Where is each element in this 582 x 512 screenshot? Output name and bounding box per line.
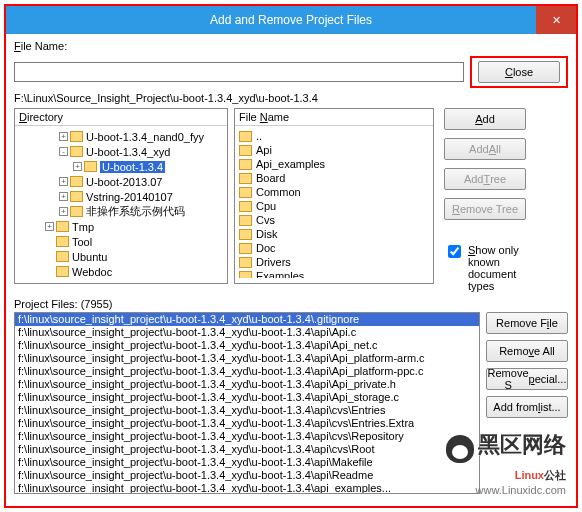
- expander-icon: [45, 237, 54, 246]
- folder-icon: [239, 257, 252, 268]
- folder-icon: [56, 236, 69, 247]
- expander-icon[interactable]: +: [59, 177, 68, 186]
- project-file-row[interactable]: f:\linux\source_insight_project\u-boot-1…: [15, 339, 479, 352]
- file-item[interactable]: Board: [239, 171, 429, 185]
- show-known-types-input[interactable]: [448, 245, 461, 258]
- tree-item[interactable]: +U-boot-1.3.4: [17, 159, 225, 174]
- project-file-row[interactable]: f:\linux\source_insight_project\u-boot-1…: [15, 365, 479, 378]
- file-item-label: Cpu: [256, 200, 276, 212]
- folder-icon: [239, 243, 252, 254]
- tree-item[interactable]: +U-boot-2013.07: [17, 174, 225, 189]
- folder-icon: [70, 146, 83, 157]
- file-name-input[interactable]: [14, 62, 464, 82]
- project-file-row[interactable]: f:\linux\source_insight_project\u-boot-1…: [15, 352, 479, 365]
- tree-item[interactable]: Ubuntu: [17, 249, 225, 264]
- directory-tree[interactable]: +U-boot-1.3.4_nand0_fyy-U-boot-1.3.4_xyd…: [15, 126, 227, 278]
- file-item-label: Api: [256, 144, 272, 156]
- show-known-types-checkbox[interactable]: Show only known document types: [444, 244, 544, 292]
- expander-icon: [45, 252, 54, 261]
- file-item[interactable]: Drivers: [239, 255, 429, 269]
- file-item[interactable]: Api: [239, 143, 429, 157]
- expander-icon[interactable]: +: [45, 222, 54, 231]
- folder-icon: [70, 191, 83, 202]
- project-file-row[interactable]: f:\linux\source_insight_project\u-boot-1…: [15, 482, 479, 494]
- file-item[interactable]: Cvs: [239, 213, 429, 227]
- project-file-row[interactable]: f:\linux\source_insight_project\u-boot-1…: [15, 326, 479, 339]
- tree-item[interactable]: +U-boot-1.3.4_nand0_fyy: [17, 129, 225, 144]
- add-from-list-button[interactable]: Add from list...: [486, 396, 568, 418]
- expander-icon[interactable]: -: [59, 147, 68, 156]
- remove-file-button[interactable]: Remove File: [486, 312, 568, 334]
- add-all-button[interactable]: Add All: [444, 138, 526, 160]
- remove-tree-button[interactable]: Remove Tree: [444, 198, 526, 220]
- project-file-row[interactable]: f:\linux\source_insight_project\u-boot-1…: [15, 404, 479, 417]
- file-item[interactable]: Common: [239, 185, 429, 199]
- project-file-row[interactable]: f:\linux\source_insight_project\u-boot-1…: [15, 417, 479, 430]
- project-file-row[interactable]: f:\linux\source_insight_project\u-boot-1…: [15, 469, 479, 482]
- file-item[interactable]: ..: [239, 129, 429, 143]
- folder-icon: [239, 145, 252, 156]
- add-tree-button[interactable]: Add Tree: [444, 168, 526, 190]
- current-path: F:\Linux\Source_Insight_Project\u-boot-1…: [14, 92, 568, 104]
- file-item-label: Common: [256, 186, 301, 198]
- folder-icon: [239, 173, 252, 184]
- window-close-button[interactable]: ✕: [536, 6, 576, 34]
- tree-item[interactable]: +非操作系统示例代码: [17, 204, 225, 219]
- folder-icon: [70, 131, 83, 142]
- file-item[interactable]: Disk: [239, 227, 429, 241]
- tree-item-label: Tool: [72, 236, 92, 248]
- remove-all-button[interactable]: Remove All: [486, 340, 568, 362]
- expander-icon[interactable]: +: [59, 132, 68, 141]
- tree-item-label: Ubuntu: [72, 251, 107, 263]
- window-title: Add and Remove Project Files: [210, 13, 372, 27]
- folder-icon: [239, 215, 252, 226]
- tree-item-label: U-boot-1.3.4_nand0_fyy: [86, 131, 204, 143]
- tree-item[interactable]: +Vstring-20140107: [17, 189, 225, 204]
- project-file-row[interactable]: f:\linux\source_insight_project\u-boot-1…: [15, 391, 479, 404]
- file-name-header: File Name: [235, 109, 433, 126]
- project-file-row[interactable]: f:\linux\source_insight_project\u-boot-1…: [15, 430, 479, 443]
- title-bar: Add and Remove Project Files ✕: [6, 6, 576, 34]
- file-list[interactable]: ..ApiApi_examplesBoardCommonCpuCvsDiskDo…: [235, 126, 433, 278]
- tree-item[interactable]: +Tmp: [17, 219, 225, 234]
- file-name-label: File Name:: [14, 40, 67, 52]
- expander-icon[interactable]: +: [59, 207, 68, 216]
- project-files-label: Project Files: (7955): [14, 298, 568, 310]
- project-files-list[interactable]: f:\linux\source_insight_project\u-boot-1…: [14, 312, 480, 494]
- tree-item[interactable]: -U-boot-1.3.4_xyd: [17, 144, 225, 159]
- close-button[interactable]: Close: [478, 61, 560, 83]
- directory-panel: Directory +U-boot-1.3.4_nand0_fyy-U-boot…: [14, 108, 228, 284]
- tree-item[interactable]: Webdoc: [17, 264, 225, 278]
- file-name-panel: File Name ..ApiApi_examplesBoardCommonCp…: [234, 108, 434, 284]
- file-item-label: Cvs: [256, 214, 275, 226]
- file-item[interactable]: Api_examples: [239, 157, 429, 171]
- folder-icon: [239, 201, 252, 212]
- expander-icon[interactable]: +: [73, 162, 82, 171]
- project-file-row[interactable]: f:\linux\source_insight_project\u-boot-1…: [15, 443, 479, 456]
- directory-header: Directory: [15, 109, 227, 126]
- tree-item-label: Webdoc: [72, 266, 112, 278]
- tree-item[interactable]: Tool: [17, 234, 225, 249]
- file-item[interactable]: Cpu: [239, 199, 429, 213]
- folder-icon: [239, 229, 252, 240]
- expander-icon[interactable]: +: [59, 192, 68, 201]
- project-file-row[interactable]: f:\linux\source_insight_project\u-boot-1…: [15, 378, 479, 391]
- file-item[interactable]: Doc: [239, 241, 429, 255]
- folder-icon: [239, 187, 252, 198]
- file-item[interactable]: Examples: [239, 269, 429, 278]
- file-item-label: Doc: [256, 242, 276, 254]
- tree-item-label: Vstring-20140107: [86, 191, 173, 203]
- remove-special-button[interactable]: Remove Special...: [486, 368, 568, 390]
- folder-icon: [239, 159, 252, 170]
- file-item-label: ..: [256, 130, 262, 142]
- project-file-row[interactable]: f:\linux\source_insight_project\u-boot-1…: [15, 313, 479, 326]
- tree-item-label: 非操作系统示例代码: [86, 204, 185, 219]
- file-item-label: Drivers: [256, 256, 291, 268]
- add-button[interactable]: Add: [444, 108, 526, 130]
- folder-icon: [70, 176, 83, 187]
- tree-item-label: U-boot-1.3.4: [100, 161, 165, 173]
- close-button-highlight: Close: [470, 56, 568, 88]
- expander-icon: [45, 267, 54, 276]
- project-file-row[interactable]: f:\linux\source_insight_project\u-boot-1…: [15, 456, 479, 469]
- tree-item-label: U-boot-1.3.4_xyd: [86, 146, 170, 158]
